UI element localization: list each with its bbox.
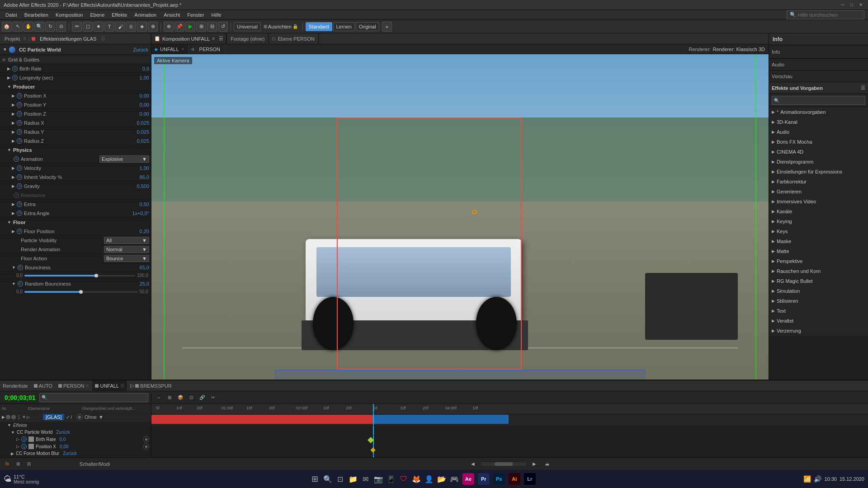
keying-item[interactable]: ▶ Keying [769,216,868,226]
keys-item[interactable]: ▶ Keys [769,226,868,236]
birth-rate-value[interactable]: 0,0 [127,66,149,71]
animation-dropdown[interactable]: Explosive ▼ [99,155,149,163]
taskview-button[interactable]: ⊡ [336,474,345,483]
text-item[interactable]: ▶ Text [769,306,868,316]
audio-item[interactable]: ▶ Audio [769,127,868,137]
start-button[interactable]: ⊞ [311,474,320,483]
render-anim-dropdown[interactable]: Normal ▼ [104,246,149,253]
layer-options-2[interactable]: ⊟ [24,460,33,469]
extra-angle-value[interactable]: 1x+0,0° [127,211,149,216]
tl-ctrl-2[interactable]: ⊞ [165,393,174,402]
farbkorrektur-item[interactable]: ▶ Farbkorrektur [769,177,868,187]
3d-kanal-item[interactable]: ▶ 3D-Kanal [769,117,868,127]
generieren-item[interactable]: ▶ Generieren [769,187,868,197]
split-button[interactable]: ⊟ [207,22,217,32]
random-slider[interactable] [24,291,138,293]
tl-ctrl-3[interactable]: 📦 [176,393,185,402]
original-label[interactable]: Original [356,22,379,31]
menu-fenster[interactable]: Fenster [184,11,208,19]
cc-force-zurück[interactable]: Zurück [63,451,77,456]
fx-toggle[interactable]: fx [3,460,12,469]
pos-x-value[interactable]: 0,00 [127,93,149,99]
cc-particle-zurück[interactable]: Zurück [56,430,70,435]
photoshop-icon[interactable]: Ps [493,473,505,485]
mail-icon[interactable]: ✉ [361,474,370,483]
pin-tool[interactable]: 📌 [175,22,184,32]
extra-value[interactable]: 0,50 [127,202,149,207]
tl-ctrl-4[interactable]: ⊡ [187,393,196,402]
menu-hilfe[interactable]: Hilfe [208,11,225,19]
tl-ctrl-6[interactable]: ✂ [208,393,217,402]
lightroom-icon[interactable]: Lr [524,473,536,485]
paint-tool[interactable]: 🖌 [115,22,125,32]
premiere-icon[interactable]: Pr [478,473,490,485]
menu-ebene[interactable]: Ebene [86,11,108,19]
stilisieren-item[interactable]: ▶ Stilisieren [769,296,868,306]
renderliste-tab[interactable]: Renderliste [0,380,31,391]
zoom-tool[interactable]: 🔍 [34,22,44,32]
bremsspur-tab[interactable]: ▷ BREMSSPUR [127,380,175,391]
rg-magic-item[interactable]: ▶ RG Magic Bullet [769,276,868,286]
search-taskbar[interactable]: 🔍 [323,474,332,483]
person-icon[interactable]: 👤 [425,474,434,483]
antivirus-icon[interactable]: 🛡 [399,474,408,483]
play-button[interactable]: ▶ [185,22,195,32]
inherit-vel-value[interactable]: 86,0 [127,174,149,180]
footage-tab[interactable]: Footage (ohne) [231,36,264,42]
timeline-scroll-left[interactable]: ◀ [468,460,477,469]
maske-item[interactable]: ▶ Maske [769,236,868,246]
puppet-tool[interactable]: ⊕ [164,22,174,32]
menu-datei[interactable]: Datei [2,11,21,19]
game-icon[interactable]: 🎮 [450,474,459,483]
minimize-button[interactable]: ─ [839,1,846,9]
verzerrung-item[interactable]: ▶ Verzerrung [769,326,868,336]
ebene-person-tab[interactable]: Ebene PERSON [278,36,314,42]
effects-search-input[interactable] [781,96,863,105]
camera-taskbar-icon[interactable]: 📷 [374,474,383,483]
bounciness-slider[interactable] [24,275,135,277]
auto-tab[interactable]: AUTO [31,380,56,391]
boris-fx-item[interactable]: ▶ Boris FX Mocha [769,137,868,147]
comp-menu-icon[interactable]: ☰ [219,36,223,42]
rad-y-value[interactable]: 0,025 [127,129,149,135]
floor-action-dropdown[interactable]: Bounce ▼ [104,255,149,262]
text-tool[interactable]: T [104,22,114,32]
eraser-tool[interactable]: ◈ [137,22,147,32]
menu-effekte[interactable]: Effekte [108,11,131,19]
close-button[interactable]: ✕ [857,1,864,9]
longevity-value[interactable]: 1,00 [127,75,149,80]
pen-tool[interactable]: ✏ [72,22,82,32]
person-timeline-tab[interactable]: PERSON ✕ [56,380,92,391]
tl-ctrl-1[interactable]: ↔ [154,393,163,402]
folder-icon[interactable]: 📂 [437,474,446,483]
rad-z-value[interactable]: 0,025 [127,138,149,144]
firefox-icon[interactable]: 🦊 [412,474,421,483]
cinema4d-item[interactable]: ▶ CINEMA 4D [769,147,868,157]
comp-tab-unfall[interactable]: Komposition UNFALL [162,36,210,42]
ae-icon[interactable]: Ae [462,473,474,485]
dienst-item[interactable]: ▶ Dienstprogramm [769,157,868,167]
select-tool[interactable]: ↖ [13,22,23,32]
tab-person[interactable]: PERSON [196,44,224,54]
effekte-menu-icon[interactable]: ☰ [861,85,865,91]
tab-projekt[interactable]: Projekt [2,35,23,42]
roto-tool[interactable]: ⊗ [148,22,158,32]
rauschen-item[interactable]: ▶ Rauschen und Korn [769,266,868,276]
perspektive-item[interactable]: ▶ Perspektive [769,256,868,266]
layer-glas-name[interactable]: [GLAS] [43,414,64,420]
lernen-label[interactable]: Lernen [333,22,355,31]
pos-y-value[interactable]: 0,00 [127,102,149,108]
rand-bounciness-value[interactable]: 25,0 [127,281,149,286]
menu-ansicht[interactable]: Ansicht [160,11,184,19]
hand-tool[interactable]: ✋ [24,22,33,32]
immersives-item[interactable]: ▶ Immersives Video [769,197,868,206]
universal-label[interactable]: Universal [234,22,261,31]
floor-pos-value[interactable]: 0,20 [127,229,149,234]
clone-tool[interactable]: ⎘ [126,22,136,32]
tab-effekteinstellungen[interactable]: Effekteinstellungen GLAS [37,35,99,42]
camera-orbit-tool[interactable]: ⊙ [56,22,66,32]
matte-item[interactable]: ▶ Matte [769,246,868,256]
simulation-item[interactable]: ▶ Simulation [769,286,868,296]
animationsvorgaben-item[interactable]: ▶ * Animationsvorgaben [769,107,868,117]
layer-options-1[interactable]: ⊞ [14,460,23,469]
